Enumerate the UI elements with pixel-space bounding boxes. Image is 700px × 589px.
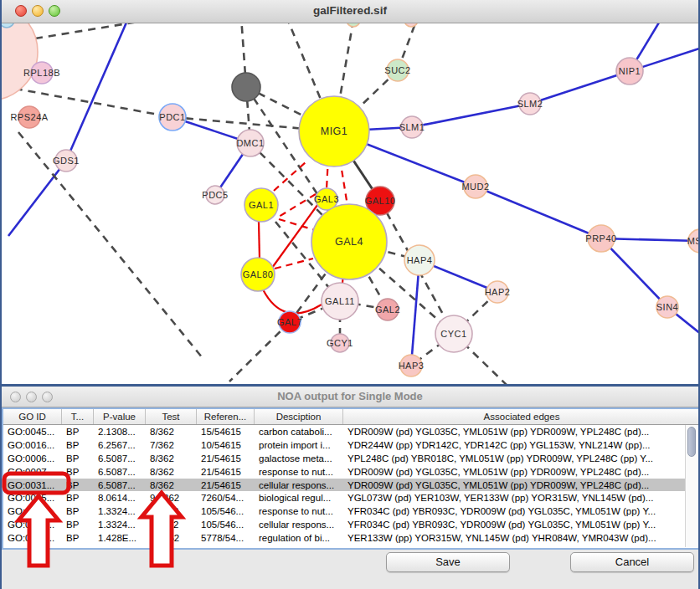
cell: 8.0614... bbox=[94, 493, 146, 503]
column-header-go-id[interactable]: GO ID bbox=[3, 409, 62, 424]
node-PDC5[interactable] bbox=[206, 186, 224, 204]
cell: 8/362 bbox=[146, 480, 197, 490]
cell: BP bbox=[62, 506, 94, 516]
column-header-associated-edges[interactable]: Associated edges bbox=[343, 409, 700, 424]
cell: 2.1308... bbox=[94, 427, 146, 437]
window-title: galFiltered.sif bbox=[2, 4, 698, 17]
noa-output-panel: NOA output for Single Mode GO IDT...P-va… bbox=[2, 387, 698, 589]
cell: 6.5087... bbox=[94, 467, 146, 477]
cell: 6.5087... bbox=[94, 453, 146, 464]
network-graph: RPL18BRPS24AGDS1PDC1PDC5DMC1MIG1SLM1SUC2… bbox=[2, 23, 698, 384]
node-RPL18B[interactable] bbox=[31, 62, 53, 84]
table-header-row: GO IDT...P-valueTestReferen...Desciption… bbox=[3, 409, 700, 425]
network-canvas[interactable]: RPL18BRPS24AGDS1PDC1PDC5DMC1MIG1SLM1SUC2… bbox=[2, 23, 698, 384]
node-MSL1[interactable] bbox=[688, 229, 698, 253]
table-row[interactable]: GO:0050...BP1.428E...80/3625778/54...reg… bbox=[3, 531, 700, 545]
node-HAP4[interactable] bbox=[404, 245, 435, 275]
cell: response to nut... bbox=[255, 506, 343, 516]
node-RPS24A[interactable] bbox=[18, 106, 40, 128]
noa-panel-titlebar[interactable]: NOA output for Single Mode bbox=[2, 387, 698, 407]
cell: BP bbox=[62, 520, 94, 530]
node-GAL80[interactable] bbox=[241, 258, 275, 291]
cell: GO:0016... bbox=[3, 440, 62, 450]
edge bbox=[275, 259, 313, 269]
node-SUC2[interactable] bbox=[387, 59, 409, 81]
cell: 10/54615 bbox=[197, 440, 255, 450]
edge bbox=[279, 219, 315, 230]
edge bbox=[411, 260, 419, 366]
column-header-t-[interactable]: T... bbox=[62, 409, 94, 424]
scrollbar-thumb[interactable] bbox=[687, 427, 696, 457]
node-GDS1[interactable] bbox=[55, 150, 77, 172]
cell: YDR009W (pd) YGL035C, YML051W (pp) YDR00… bbox=[343, 427, 700, 437]
node-GAL2[interactable] bbox=[377, 299, 399, 320]
cell: 8/362 bbox=[146, 453, 197, 464]
table-row[interactable]: GO:0031...BP1.3324...11/362105/546...cel… bbox=[3, 518, 700, 531]
edge bbox=[35, 23, 169, 38]
edge bbox=[279, 194, 316, 217]
node-SIN4[interactable] bbox=[656, 296, 678, 318]
node-CYC1[interactable] bbox=[435, 315, 472, 352]
table-row[interactable]: GO:0007...BP6.5087...8/36221/54615respon… bbox=[3, 465, 700, 479]
node-MUD2[interactable] bbox=[464, 175, 487, 198]
node-NIP1[interactable] bbox=[616, 58, 643, 85]
cell: GO:0007... bbox=[3, 467, 62, 477]
node-SLM2[interactable] bbox=[519, 93, 541, 115]
node-HAP2[interactable] bbox=[486, 281, 508, 303]
node-GAL11[interactable] bbox=[322, 283, 358, 320]
cell: GO:0031... bbox=[3, 520, 62, 530]
cell: regulation of bi... bbox=[255, 533, 343, 543]
node-MIG1[interactable] bbox=[299, 96, 369, 166]
cell: YDR009W (pd) YGL035C, YML051W (pp) YDR00… bbox=[343, 467, 700, 477]
node-graynode[interactable] bbox=[232, 73, 260, 101]
node-GAL1[interactable] bbox=[244, 188, 278, 222]
table-row[interactable]: GO:0006...BP6.5087...8/36221/54615galact… bbox=[3, 452, 700, 465]
noa-panel-title: NOA output for Single Mode bbox=[2, 390, 698, 402]
node-HAP3[interactable] bbox=[400, 355, 422, 376]
column-header-desciption[interactable]: Desciption bbox=[255, 409, 343, 424]
edge bbox=[66, 23, 129, 161]
cell: 8/362 bbox=[146, 467, 197, 477]
node-greenp[interactable] bbox=[347, 23, 360, 27]
cell: GO:0050... bbox=[3, 533, 62, 543]
cell: YFR034C (pd) YBR093C, YDR009W (pd) YGL03… bbox=[343, 520, 700, 530]
node-SLM1[interactable] bbox=[401, 116, 423, 138]
cell: 6.2567... bbox=[94, 440, 146, 450]
edge bbox=[530, 71, 630, 104]
edge bbox=[259, 222, 260, 259]
cell: BP bbox=[62, 493, 94, 503]
node-DMC1[interactable] bbox=[237, 130, 264, 156]
node-GCY1[interactable] bbox=[331, 334, 349, 352]
node-PDC1[interactable] bbox=[159, 104, 186, 131]
edge bbox=[18, 132, 203, 358]
cancel-button[interactable]: Cancel bbox=[570, 552, 694, 572]
table-row[interactable]: GO:0031...BP6.5087...8/36221/54615cellul… bbox=[3, 479, 700, 492]
node-GAL7[interactable] bbox=[279, 311, 301, 333]
cell: YFR034C (pd) YBR093C, YDR009W (pd) YGL03… bbox=[343, 506, 700, 516]
node-PRP40[interactable] bbox=[588, 225, 615, 252]
column-header-test[interactable]: Test bbox=[146, 409, 197, 424]
edge bbox=[601, 238, 667, 307]
table-row[interactable]: GO:0045...BP2.1308...8/36215/54615carbon… bbox=[3, 425, 700, 438]
column-header-p-value[interactable]: P-value bbox=[94, 409, 146, 424]
cell: GO:0031... bbox=[3, 506, 62, 516]
edge bbox=[412, 104, 530, 127]
network-window-titlebar[interactable]: galFiltered.sif bbox=[2, 0, 698, 23]
cell: GO:0006... bbox=[3, 453, 62, 464]
cell: 7260/54... bbox=[197, 493, 255, 503]
node-GAL4[interactable] bbox=[311, 204, 387, 279]
cell: BP bbox=[62, 453, 94, 464]
node-bigleft[interactable] bbox=[2, 23, 38, 100]
edge bbox=[476, 187, 601, 238]
cell: 15/54615 bbox=[197, 427, 255, 437]
table-row[interactable]: GO:0016...BP6.2567...7/36210/54615protei… bbox=[3, 438, 700, 452]
node-pinkp[interactable] bbox=[404, 23, 418, 27]
cell: 94/362 bbox=[146, 493, 197, 503]
save-button[interactable]: Save bbox=[386, 552, 510, 572]
cell: GO:0045... bbox=[3, 427, 62, 437]
table-row[interactable]: GO:0065...BP8.0614...94/3627260/54...bio… bbox=[3, 491, 700, 504]
vertical-scrollbar[interactable] bbox=[685, 425, 698, 547]
column-header-referen-[interactable]: Referen... bbox=[197, 409, 255, 424]
table-row[interactable]: GO:0031...BP1.3324...11/362105/546...res… bbox=[3, 504, 700, 518]
cell: 80/362 bbox=[146, 533, 197, 543]
